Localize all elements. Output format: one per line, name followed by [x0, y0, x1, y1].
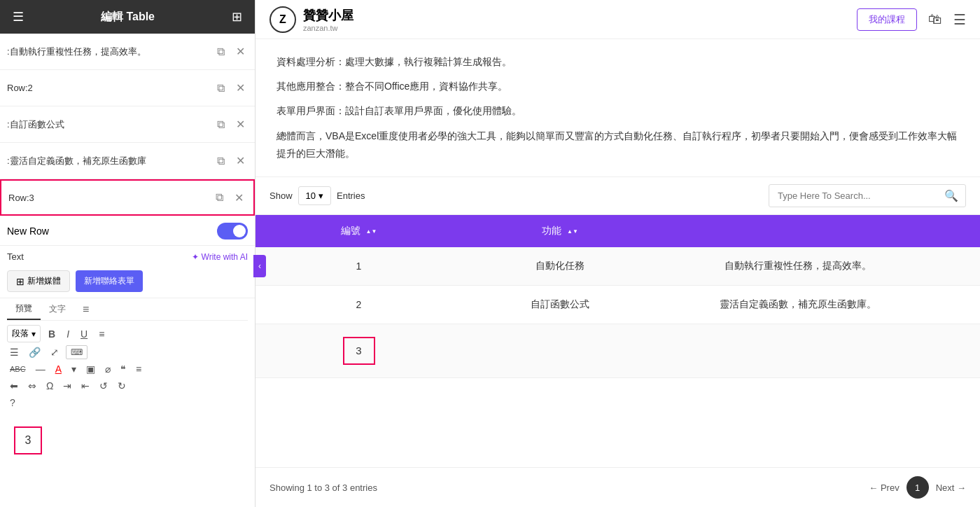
table-row: 3	[255, 324, 980, 377]
quote-icon[interactable]: ❝	[118, 362, 129, 376]
italic-button[interactable]: I	[63, 327, 73, 341]
main-content: Z 贊贊小屋 zanzan.tw 我的課程 🛍 ☰ 資料處理分析：處理大數據，執…	[255, 0, 980, 507]
align-justify-icon[interactable]: ≡	[133, 362, 144, 376]
outdent-icon[interactable]: ⇤	[78, 379, 92, 393]
delete-btn-4[interactable]: ✕	[232, 190, 246, 206]
current-page[interactable]: 1	[906, 476, 929, 499]
pagination: Showing 1 to 3 of 3 entries ← Prev 1 Nex…	[255, 467, 980, 507]
chevron-down-icon: ▾	[318, 190, 323, 201]
editor-tabs: 預覽 文字 ≡	[7, 298, 248, 321]
logo-text-group: 贊贊小屋 zanzan.tw	[303, 7, 354, 32]
th-feature: 功能 ▲▼	[462, 215, 658, 247]
tab-align[interactable]: ≡	[74, 298, 97, 320]
row-item-3: :靈活自定義函數，補充原生函數庫 ⧉ ✕	[0, 143, 255, 179]
entries-select[interactable]: 10 ▾	[298, 186, 331, 205]
copy-btn-4[interactable]: ⧉	[213, 190, 226, 205]
table-row: 1 自動化任務 自動執行重複性任務，提高效率。	[255, 247, 980, 286]
undo-icon[interactable]: ↺	[97, 379, 111, 393]
content-para-1: 其他應用整合：整合不同Office應用，資料協作共享。	[276, 78, 959, 95]
tab-text[interactable]: 文字	[41, 298, 74, 320]
font-color-dropdown-icon[interactable]: ▾	[69, 362, 79, 376]
text-label: Text	[7, 251, 24, 262]
next-button[interactable]: Next →	[936, 482, 966, 493]
bottom-number-box: 3	[14, 426, 42, 454]
table-header: 編號 ▲▼ 功能 ▲▼	[255, 215, 980, 247]
add-media-button[interactable]: ⊞ 新增媒體	[7, 270, 70, 292]
sidebar-header: ☰ 編輯 Table ⊞	[0, 0, 255, 34]
strikethrough-icon[interactable]: ABC	[7, 363, 29, 375]
new-row-toggle[interactable]	[217, 223, 248, 239]
delete-btn-2[interactable]: ✕	[233, 116, 248, 132]
expand-icon[interactable]: ⤢	[48, 345, 62, 359]
data-table: 編號 ▲▼ 功能 ▲▼ 1 自動化任務	[255, 215, 980, 378]
pagination-info: Showing 1 to 3 of 3 entries	[270, 482, 377, 493]
content-para-3: 總體而言，VBA是Excel重度使用者必學的強大工具，能夠以簡單而又豐富的方式自…	[276, 127, 959, 162]
content-para-2: 表單用戶界面：設計自訂表單用戶界面，優化使用體驗。	[276, 102, 959, 120]
delete-btn-0[interactable]: ✕	[233, 43, 248, 60]
copy-btn-3[interactable]: ⧉	[214, 153, 227, 169]
toolbar-buttons: ⊞ 新增媒體 新增聯絡表單	[0, 270, 255, 292]
add-contact-button[interactable]: 新增聯絡表單	[76, 270, 143, 292]
copy-btn-1[interactable]: ⧉	[214, 81, 227, 96]
hamburger-icon[interactable]: ☰	[10, 8, 27, 26]
align-left-icon[interactable]: ⬅	[7, 379, 21, 393]
background-color-icon[interactable]: ▣	[83, 362, 98, 376]
delete-btn-1[interactable]: ✕	[233, 80, 248, 96]
icon-row-2: ☰ 🔗 ⤢ ⌨	[7, 345, 248, 359]
search-input[interactable]	[769, 186, 937, 205]
table-row: 2 自訂函數公式 靈活自定義函數，補充原生函數庫。	[255, 285, 980, 324]
content-para-0: 資料處理分析：處理大數據，執行複雜計算生成報告。	[276, 53, 959, 71]
cell-extra-1	[938, 247, 980, 286]
search-button[interactable]: 🔍	[937, 185, 965, 207]
link2-icon[interactable]: ⌀	[102, 362, 113, 376]
sort-icon-number[interactable]: ▲▼	[366, 228, 377, 235]
align-center-icon[interactable]: ⇔	[25, 379, 39, 393]
underline-button[interactable]: U	[77, 327, 91, 341]
cell-desc-2: 靈活自定義函數，補充原生函數庫。	[658, 285, 938, 324]
font-color-icon[interactable]: A	[52, 362, 64, 376]
list-button[interactable]: ≡	[95, 327, 108, 341]
collapse-sidebar-button[interactable]: ‹	[253, 255, 266, 277]
search-box: 🔍	[769, 184, 966, 207]
indent-icon[interactable]: ⇥	[60, 379, 74, 393]
table-body: 1 自動化任務 自動執行重複性任務，提高效率。 2 自訂函數公式 靈活自定義函數…	[255, 247, 980, 378]
list-icon[interactable]: ☰	[7, 345, 22, 359]
logo-name: 贊贊小屋	[303, 7, 354, 24]
logo-area: Z 贊贊小屋 zanzan.tw	[270, 6, 354, 33]
tab-preview[interactable]: 預覽	[7, 298, 41, 320]
row-item-1: Row:2 ⧉ ✕	[0, 70, 255, 106]
sidebar: ☰ 編輯 Table ⊞ :自動執行重複性任務，提高效率。 ⧉ ✕ Row:2 …	[0, 0, 255, 507]
highlighted-cell: 3	[343, 337, 375, 365]
grid-icon[interactable]: ⊞	[229, 8, 245, 26]
omega-icon[interactable]: Ω	[43, 379, 56, 393]
data-table-wrapper: 編號 ▲▼ 功能 ▲▼ 1 自動化任務	[255, 215, 980, 467]
link-icon[interactable]: 🔗	[26, 345, 43, 359]
th-extra	[938, 215, 980, 247]
editor-toolbar: 預覽 文字 ≡ 段落 ▾ B I U ≡ ☰ 🔗 ⤢ ⌨ AB	[0, 298, 255, 415]
text-section: Text ✦ Write with AI	[0, 246, 255, 270]
menu-icon[interactable]: ☰	[953, 11, 966, 28]
cell-feature-3	[462, 324, 658, 377]
write-ai-button[interactable]: ✦ Write with AI	[192, 252, 248, 262]
paragraph-select[interactable]: 段落 ▾	[7, 325, 41, 342]
copy-btn-0[interactable]: ⧉	[214, 44, 227, 60]
cell-extra-2	[938, 285, 980, 324]
sort-icon-feature[interactable]: ▲▼	[567, 228, 578, 235]
row-item-2: :自訂函數公式 ⧉ ✕	[0, 106, 255, 143]
cell-desc-1: 自動執行重複性任務，提高效率。	[658, 247, 938, 286]
keyboard-icon[interactable]: ⌨	[66, 345, 88, 359]
cart-icon[interactable]: 🛍	[928, 11, 942, 27]
format-row-1: 段落 ▾ B I U ≡	[7, 325, 248, 342]
icon-row-4: ⬅ ⇔ Ω ⇥ ⇤ ↺ ↻	[7, 379, 248, 393]
prev-button[interactable]: ← Prev	[869, 482, 899, 493]
delete-btn-3[interactable]: ✕	[233, 153, 248, 169]
copy-btn-2[interactable]: ⧉	[214, 117, 227, 132]
content-text: 資料處理分析：處理大數據，執行複雜計算生成報告。 其他應用整合：整合不同Offi…	[255, 39, 980, 177]
redo-icon[interactable]: ↻	[115, 379, 129, 393]
dash-icon[interactable]: —	[33, 362, 48, 376]
entries-label: Entries	[337, 190, 365, 201]
logo-icon: Z	[270, 6, 296, 33]
help-icon[interactable]: ?	[7, 396, 18, 410]
my-course-button[interactable]: 我的課程	[857, 8, 917, 31]
bold-button[interactable]: B	[45, 327, 59, 341]
